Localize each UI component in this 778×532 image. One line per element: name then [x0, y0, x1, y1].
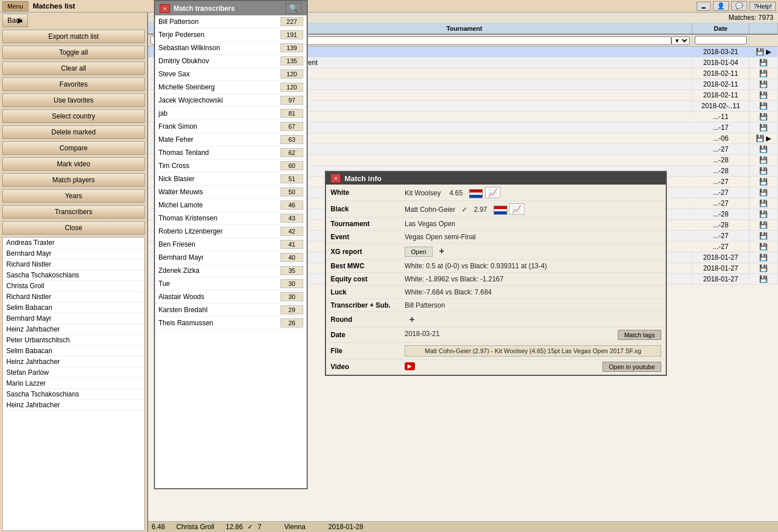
list-item[interactable]: Heinz Jahrbacher — [3, 324, 144, 335]
equity-cost-row: Equity cost White: -1.8962 vs Black: -1.… — [326, 273, 666, 286]
menu-button[interactable]: Menu — [2, 1, 28, 11]
list-item[interactable]: Bernhard Mayr — [3, 313, 144, 324]
toggle-all-button[interactable]: Toggle all — [2, 46, 145, 59]
list-item[interactable]: Bernhard Mayr40 — [155, 251, 307, 264]
white-name: Kit Woolsey — [405, 189, 441, 197]
list-item[interactable]: Sascha Tschakoschians — [3, 389, 144, 400]
transcriber-value: Bill Patterson — [400, 299, 666, 312]
use-favorites-button[interactable]: Use favorites — [2, 93, 145, 107]
youtube-icon[interactable]: ▶ — [405, 362, 415, 370]
years-button[interactable]: Years — [2, 189, 145, 203]
list-item[interactable]: Andreas Traxler — [3, 238, 144, 248]
top-right-buttons: 🗕 👤 💬 ?Help! — [696, 1, 776, 11]
list-item[interactable]: Sascha Tschakoschians — [3, 270, 144, 281]
match-info-panel: × Match info White Kit Woolsey 4.65 📈 Bl… — [325, 171, 667, 376]
list-item[interactable]: Tue30 — [155, 277, 307, 290]
white-flag-icon — [469, 189, 483, 198]
compare-button[interactable]: Compare — [2, 141, 145, 155]
list-item[interactable]: Richard Nistler — [3, 259, 144, 270]
back-button[interactable]: Back ▶ — [2, 14, 28, 27]
list-item[interactable]: Nick Blasier51 — [155, 173, 307, 186]
clear-all-button[interactable]: Clear all — [2, 62, 145, 75]
best-mwc-label: Best MWC — [326, 260, 400, 273]
open-youtube-button[interactable]: Open in youtube — [602, 362, 661, 372]
list-item[interactable]: Steve Sax120 — [155, 68, 307, 81]
white-label: White — [326, 185, 400, 201]
event-row: Event Vegas Open semi-Final — [326, 231, 666, 244]
match-players-button[interactable]: Match players — [2, 173, 145, 187]
mark-video-button[interactable]: Mark video — [2, 157, 145, 171]
bottom-tournament: Vienna — [284, 523, 306, 531]
top-bar: Menu Matches list 🗕 👤 💬 ?Help! — [0, 0, 778, 13]
list-item[interactable]: Theis Rasmussen26 — [155, 317, 307, 330]
list-item[interactable]: Bernhard Mayr — [3, 248, 144, 259]
round-label: Round — [326, 312, 400, 328]
transcribers-button[interactable]: Transcribers — [2, 205, 145, 219]
add-round-button[interactable]: + — [409, 314, 414, 324]
list-item[interactable]: Christa Groll — [3, 281, 144, 292]
list-item[interactable]: Sebastian Wilkinson139 — [155, 42, 307, 55]
match-info-close-button[interactable]: × — [331, 174, 341, 183]
bottom-date: 2018-01-28 — [328, 523, 363, 531]
close-button[interactable]: Close — [2, 221, 145, 235]
sidebar: Back ▶ Export match list Toggle all Clea… — [0, 13, 148, 532]
date-label: Date — [326, 328, 400, 343]
list-item[interactable]: Michel Lamote46 — [155, 199, 307, 212]
luck-label: Luck — [326, 286, 400, 299]
tournament-value: Las Vegas Open — [400, 218, 666, 231]
list-item[interactable]: Walter Meuwis50 — [155, 186, 307, 199]
transcribers-title-bar: × Match transcribers 🔍 — [155, 1, 307, 15]
date-filter[interactable] — [695, 36, 747, 44]
list-item[interactable]: Thomas Tenland62 — [155, 146, 307, 159]
players-list: Andreas Traxler Bernhard Mayr Richard Ni… — [2, 237, 145, 531]
list-item[interactable]: Mate Feher63 — [155, 133, 307, 146]
tournament-row: Tournament Las Vegas Open — [326, 218, 666, 231]
list-item[interactable]: Zdenek Zizka35 — [155, 264, 307, 277]
help-button[interactable]: ?Help! — [750, 2, 776, 11]
list-item[interactable]: Mario Lazzer — [3, 378, 144, 389]
white-chart-button[interactable]: 📈 — [485, 187, 500, 198]
list-item[interactable]: Stefan Parlow — [3, 367, 144, 378]
list-item[interactable]: Alastair Woods30 — [155, 290, 307, 304]
user-button[interactable]: 👤 — [713, 1, 729, 11]
list-item[interactable]: Heinz Jahrbacher — [3, 400, 144, 411]
file-row: File Matt Cohn-Geier (2.97) - Kit Woolse… — [326, 343, 666, 359]
list-item[interactable]: Dmitriy Obukhov135 — [155, 55, 307, 68]
list-item[interactable]: Richard Nistler — [3, 292, 144, 302]
list-item[interactable]: Terje Pedersen191 — [155, 28, 307, 42]
list-item[interactable]: Michelle Steinberg120 — [155, 81, 307, 94]
xg-report-open-button[interactable]: Open — [405, 247, 433, 257]
list-item[interactable]: Selim Babacan — [3, 346, 144, 357]
export-match-list-button[interactable]: Export match list — [2, 30, 145, 43]
add-xg-report-button[interactable]: + — [439, 246, 444, 256]
list-item[interactable]: Bill Patterson227 — [155, 15, 307, 28]
bottom-len: 7 — [258, 523, 262, 531]
transcribers-close-button[interactable]: × — [160, 4, 170, 13]
list-item[interactable]: Ben Friesen41 — [155, 238, 307, 251]
black-flag-icon — [494, 206, 507, 215]
select-country-button[interactable]: Select country — [2, 109, 145, 123]
transcribers-search-button[interactable]: 🔍 — [286, 3, 302, 14]
favorites-button[interactable]: Favorites — [2, 77, 145, 91]
tournament-label: Tournament — [326, 218, 400, 231]
transcriber-label: Transcriber + Sub. — [326, 299, 400, 312]
list-item[interactable]: Tim Cross60 — [155, 159, 307, 173]
chat-button[interactable]: 💬 — [731, 1, 747, 11]
list-item[interactable]: Heinz Jahrbacher — [3, 357, 144, 367]
white-row: White Kit Woolsey 4.65 📈 — [326, 185, 666, 201]
match-tags-button[interactable]: Match tags — [618, 330, 661, 340]
list-item[interactable]: jab81 — [155, 107, 307, 120]
list-item[interactable]: Selim Babacan — [3, 302, 144, 313]
equity-cost-value: White: -1.8962 vs Black: -1.2167 — [400, 273, 666, 286]
list-item[interactable]: Karsten Bredahl29 — [155, 304, 307, 317]
black-chart-button[interactable]: 📈 — [509, 203, 524, 215]
list-item[interactable]: Roberto Litzenberger42 — [155, 225, 307, 238]
tournament-filter-select[interactable]: ▼ — [671, 36, 690, 45]
list-item[interactable]: Frank Simon67 — [155, 120, 307, 133]
list-item[interactable]: Thomas Kristensen43 — [155, 212, 307, 225]
minimize-button[interactable]: 🗕 — [696, 2, 711, 11]
list-item[interactable]: Jacek Wojciechowski97 — [155, 94, 307, 107]
delete-marked-button[interactable]: Delete marked — [2, 125, 145, 139]
video-row: Video ▶ Open in youtube — [326, 359, 666, 375]
list-item[interactable]: Peter Urbantschitsch — [3, 335, 144, 346]
